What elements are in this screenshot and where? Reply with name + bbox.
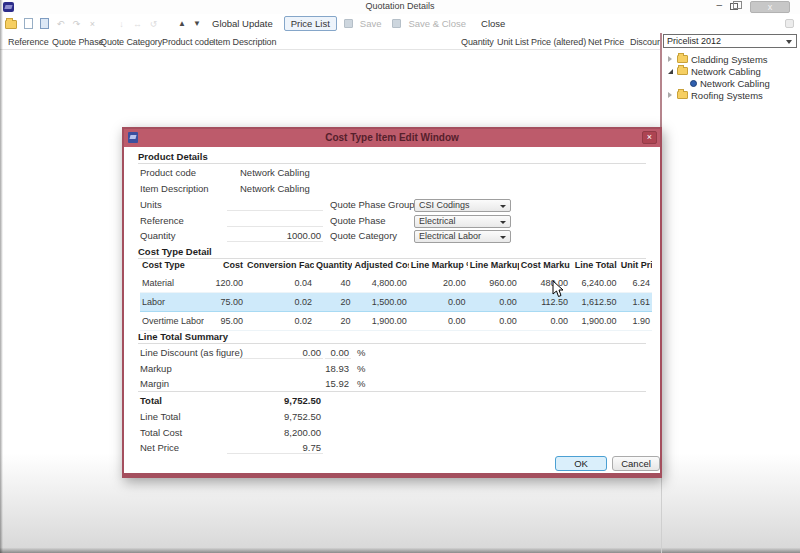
tree-item-label: Cladding Systems <box>691 54 768 65</box>
margin-label: Margin <box>140 378 169 389</box>
quantity-label: Quantity <box>140 230 175 241</box>
col-quantity[interactable]: Quantity <box>314 258 352 274</box>
undo-icon[interactable]: ↶ <box>56 18 65 30</box>
quote-phase-value: Electrical <box>419 216 456 226</box>
quote-category-dropdown[interactable]: Electrical Labor <box>414 230 511 243</box>
pricelist-tree: Cladding Systems Network Cabling Network… <box>666 53 798 101</box>
redo-icon[interactable]: ↷ <box>72 18 81 30</box>
mouse-cursor <box>552 280 565 299</box>
table-row-material[interactable]: Material 120.00 0.04 40 4,800.00 20.00 9… <box>140 274 652 293</box>
quantity-field[interactable]: 1000.00 <box>227 230 323 242</box>
reference-label: Reference <box>140 215 184 226</box>
units-label: Units <box>140 199 162 210</box>
minimize-button[interactable]: – <box>716 0 722 10</box>
pricelist-dropdown-value: Pricelist 2012 <box>667 36 721 46</box>
expander-collapsed-icon[interactable] <box>666 56 674 62</box>
cost-type-item-edit-dialog: Cost Type Item Edit Window × Product Det… <box>122 127 662 478</box>
move-up-icon[interactable]: ▲ <box>178 18 186 30</box>
save-close-icon <box>392 19 401 28</box>
save-icon <box>344 19 353 28</box>
markup-label: Markup <box>140 363 172 374</box>
line-discount-field[interactable]: 0.00 <box>227 347 323 359</box>
dialog-title: Cost Type Item Edit Window <box>124 132 660 143</box>
column-quantity[interactable]: Quantity <box>461 37 494 47</box>
copy-icon[interactable]: ↔ <box>133 18 142 30</box>
table-row-labor[interactable]: Labor 75.00 0.02 20 1,500.00 0.00 0.00 1… <box>140 293 652 312</box>
section-line-total-summary: Line Total Summary <box>138 331 228 342</box>
save-and-close-button[interactable]: Save & Close <box>404 17 470 30</box>
tree-item-roofing-systems[interactable]: Roofing Systems <box>666 89 798 101</box>
line-total-label: Line Total <box>140 411 181 422</box>
col-unit-price[interactable]: Unit Price <box>619 258 652 274</box>
total-label: Total <box>140 395 162 406</box>
column-unit-list-price[interactable]: Unit List Price (altered) <box>497 37 586 47</box>
cancel-button[interactable]: Cancel <box>612 456 660 471</box>
margin-value: 15.92 <box>325 378 351 390</box>
col-cost-type[interactable]: Cost Type <box>140 258 204 274</box>
column-item-description[interactable]: Item Description <box>213 37 276 47</box>
cost-type-table: Cost Type Cost Conversion Factor Quantit… <box>140 258 652 331</box>
total-value: 9,752.50 <box>227 395 323 407</box>
tree-item-network-cabling-product[interactable]: Network Cabling <box>666 77 798 89</box>
units-field[interactable] <box>227 199 323 211</box>
total-cost-value: 8,200.00 <box>227 427 323 439</box>
new-document-icon[interactable] <box>24 18 33 29</box>
col-line-markup-pct[interactable]: Line Markup % <box>409 258 468 274</box>
cut-icon[interactable]: ↓ <box>117 18 126 30</box>
line-discount-pct-field[interactable]: 0.00 <box>325 347 351 359</box>
restore-button[interactable] <box>730 3 738 10</box>
markup-value: 18.93 <box>325 363 351 375</box>
open-folder-icon[interactable] <box>5 20 17 29</box>
copy-document-icon[interactable] <box>40 18 49 29</box>
close-button[interactable]: Close <box>477 17 509 30</box>
col-adjusted-cost[interactable]: Adjusted Cost <box>352 258 408 274</box>
close-window-button[interactable]: x <box>750 1 790 13</box>
net-price-label: Net Price <box>140 442 179 453</box>
price-list-button[interactable]: Price List <box>284 16 337 31</box>
pricelist-dropdown[interactable]: Pricelist 2012 <box>663 34 797 48</box>
tree-item-label: Network Cabling <box>691 66 761 77</box>
expander-collapsed-icon[interactable] <box>666 92 674 98</box>
tree-item-cladding-systems[interactable]: Cladding Systems <box>666 53 798 65</box>
chevron-down-icon <box>500 205 506 208</box>
panel-divider-lower <box>661 478 662 553</box>
column-product-code[interactable]: Product code <box>162 37 214 47</box>
product-code-label: Product code <box>140 167 196 178</box>
column-discount[interactable]: Discount % <box>630 37 661 47</box>
percent-sign: % <box>357 347 365 358</box>
window-titlebar: Quotation Details – x <box>0 0 800 14</box>
column-reference[interactable]: Reference <box>8 37 49 47</box>
section-product-details: Product Details <box>138 151 208 162</box>
column-net-price[interactable]: Net Price <box>588 37 624 47</box>
dialog-close-button[interactable]: × <box>642 131 657 144</box>
move-down-icon[interactable]: ▼ <box>193 18 201 30</box>
column-quote-category[interactable]: Quote Category <box>100 37 162 47</box>
col-line-markup[interactable]: Line Markup <box>468 258 519 274</box>
col-conversion-factor[interactable]: Conversion Factor <box>245 258 314 274</box>
column-quote-phase[interactable]: Quote Phase <box>52 37 103 47</box>
panel-pin-icon[interactable] <box>785 19 794 28</box>
folder-icon <box>677 55 688 63</box>
reference-field[interactable] <box>227 215 323 227</box>
chevron-down-icon <box>786 40 792 44</box>
net-price-field[interactable]: 9.75 <box>227 442 323 454</box>
save-button[interactable]: Save <box>356 17 386 30</box>
table-row-overtime-labor[interactable]: Overtime Labor 95.00 0.02 20 1,900.00 0.… <box>140 312 652 331</box>
refresh-icon[interactable]: ↺ <box>149 18 158 30</box>
total-cost-label: Total Cost <box>140 427 182 438</box>
quote-phase-dropdown[interactable]: Electrical <box>414 215 511 228</box>
col-line-total[interactable]: Line Total <box>570 258 619 274</box>
cost-table-header-row: Cost Type Cost Conversion Factor Quantit… <box>140 258 652 274</box>
col-cost[interactable]: Cost <box>204 258 245 274</box>
chevron-down-icon <box>500 221 506 224</box>
delete-icon[interactable]: × <box>88 18 97 30</box>
global-update-button[interactable]: Global Update <box>208 17 277 30</box>
ok-button[interactable]: OK <box>555 456 607 471</box>
tree-item-network-cabling[interactable]: Network Cabling <box>666 65 798 77</box>
window-title: Quotation Details <box>0 1 800 11</box>
col-cost-markup[interactable]: Cost Markup <box>519 258 570 274</box>
quote-category-label: Quote Category <box>330 230 397 241</box>
folder-icon <box>677 67 688 75</box>
quote-phase-group-dropdown[interactable]: CSI Codings <box>414 199 511 212</box>
expander-expanded-icon[interactable] <box>666 69 674 74</box>
